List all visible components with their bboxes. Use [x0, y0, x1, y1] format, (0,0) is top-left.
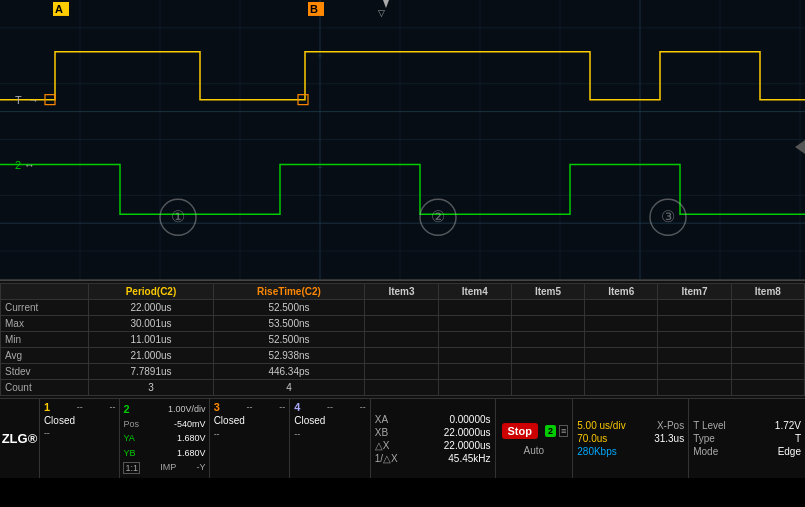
meas-row-val	[365, 332, 438, 348]
ch2-indicator: 2	[545, 425, 556, 437]
meas-row-val	[365, 316, 438, 332]
meas-row-label: Max	[1, 316, 89, 332]
meas-row-val	[365, 380, 438, 396]
meas-row-val	[438, 332, 511, 348]
xb-val: 22.0000us	[444, 427, 491, 438]
meas-row-val	[365, 348, 438, 364]
ch2-imp-arrow: -Y	[197, 462, 206, 474]
meas-row-val	[731, 380, 804, 396]
meas-row-val	[511, 364, 584, 380]
xpos-label: X-Pos	[657, 420, 684, 431]
meas-row-val	[438, 348, 511, 364]
meas-row-val	[658, 380, 731, 396]
meas-row-val	[658, 316, 731, 332]
trigger-type-val: T	[795, 433, 801, 444]
meas-row-val: 446.34ps	[213, 364, 365, 380]
col-risetime: RiseTime(C2)	[213, 284, 365, 300]
ch3-closed: Closed	[214, 415, 286, 426]
run-stop-section: Stop 2 ≡ Auto	[496, 399, 574, 478]
ch2-yb-val: 1.680V	[177, 448, 206, 458]
trigger-section: T Level 1.72V Type T Mode Edge	[689, 399, 805, 478]
col-item6: Item6	[585, 284, 658, 300]
ch3-extra-dash: --	[214, 429, 220, 439]
meas-row-val: 4	[213, 380, 365, 396]
oscilloscope-screen: T → 2 ↔ ① ② ③ A B ▽	[0, 0, 805, 280]
ch2-pos-label: Pos	[123, 419, 139, 429]
ch1-closed: Closed	[44, 415, 116, 426]
svg-text:↔: ↔	[24, 159, 35, 171]
meas-row-label: Count	[1, 380, 89, 396]
ch2-imp: IMP	[160, 462, 176, 474]
svg-text:B: B	[310, 3, 318, 15]
svg-text:A: A	[55, 3, 63, 15]
ch1-dash1: --	[77, 402, 83, 412]
meas-row-val	[585, 380, 658, 396]
svg-text:▽: ▽	[378, 8, 385, 18]
ch4-closed: Closed	[294, 415, 366, 426]
meas-row-label: Stdev	[1, 364, 89, 380]
ch4-section: 4 -- -- Closed --	[290, 399, 371, 478]
ch3-dash2: --	[279, 402, 285, 412]
side-expand-arrow[interactable]	[795, 140, 805, 154]
waveform-display: T → 2 ↔ ① ② ③ A B ▽	[0, 0, 805, 279]
svg-text:①: ①	[171, 208, 185, 225]
svg-text:2: 2	[15, 159, 21, 171]
xa-label: XA	[375, 414, 388, 425]
meas-row-label: Avg	[1, 348, 89, 364]
ch4-number: 4	[294, 401, 300, 413]
trigger-mode-label: Mode	[693, 446, 718, 457]
ch1-dash2: --	[109, 402, 115, 412]
ch1-extra-dash: --	[44, 428, 50, 438]
meas-row-val: 22.000us	[89, 300, 213, 316]
meas-row-val	[731, 364, 804, 380]
meas-row-val: 7.7891us	[89, 364, 213, 380]
delta-x-val: 22.0000us	[444, 440, 491, 451]
ch2-pos-val: -540mV	[174, 419, 206, 429]
ch1-number: 1	[44, 401, 50, 413]
trigger-mode-val: Edge	[778, 446, 801, 457]
kbps-val: 280Kbps	[577, 446, 616, 457]
measurements-panel: Period(C2) RiseTime(C2) Item3 Item4 Item…	[0, 280, 805, 398]
meas-row-val	[438, 316, 511, 332]
zlg-logo: ZLG®	[2, 431, 38, 446]
meas-row-val	[365, 364, 438, 380]
svg-text:②: ②	[431, 208, 445, 225]
ch4-extra-dash: --	[294, 429, 300, 439]
xa-section: XA 0.00000s XB 22.0000us △X 22.0000us 1/…	[371, 399, 496, 478]
meas-row-val: 11.001us	[89, 332, 213, 348]
meas-row-val	[511, 348, 584, 364]
meas-row-val	[658, 348, 731, 364]
ch1-section: 1 -- -- Closed --	[40, 399, 121, 478]
meas-row-val	[511, 380, 584, 396]
col-item5: Item5	[511, 284, 584, 300]
ch4-dash2: --	[360, 402, 366, 412]
timebase-val: 5.00 us/div	[577, 420, 625, 431]
meas-row-val	[585, 316, 658, 332]
meas-row-val	[658, 300, 731, 316]
meas-row-label: Current	[1, 300, 89, 316]
col-item7: Item7	[658, 284, 731, 300]
trigger-level-val: 1.72V	[775, 420, 801, 431]
status-bar: ZLG® 1 -- -- Closed -- 2 1.00V/div Pos -…	[0, 398, 805, 478]
svg-text:→: →	[28, 94, 39, 106]
trigger-type-label: Type	[693, 433, 715, 444]
freq-label: 1/△X	[375, 453, 398, 464]
ch2-ya-label: YA	[123, 433, 134, 443]
ch3-number: 3	[214, 401, 220, 413]
logo-section: ZLG®	[0, 399, 40, 478]
stop-button[interactable]: Stop	[502, 423, 538, 439]
meas-row-val	[731, 300, 804, 316]
meas-row-val	[658, 332, 731, 348]
xpos-val: 31.3us	[654, 433, 684, 444]
meas-row-val: 52.500ns	[213, 300, 365, 316]
ch3-section: 3 -- -- Closed --	[210, 399, 291, 478]
meas-row-val	[585, 300, 658, 316]
ch2-scale: 1.00V/div	[168, 404, 206, 414]
col-label	[1, 284, 89, 300]
col-item3: Item3	[365, 284, 438, 300]
cursor-val: 70.0us	[577, 433, 607, 444]
meas-row-val	[511, 316, 584, 332]
ch2-coupling: 1:1	[123, 462, 140, 474]
meas-row-val	[658, 364, 731, 380]
xb-label: XB	[375, 427, 388, 438]
